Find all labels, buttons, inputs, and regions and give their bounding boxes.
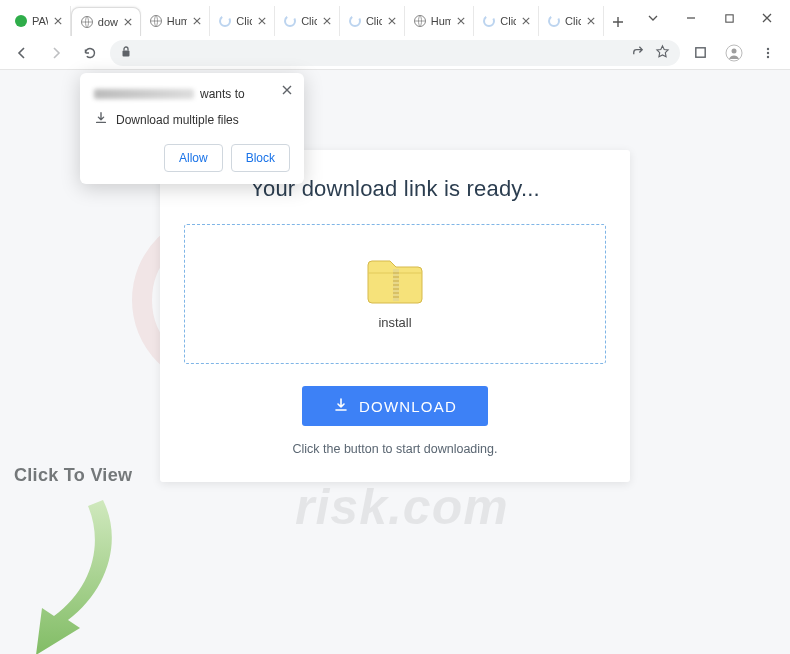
prompt-actions: Allow Block xyxy=(94,144,290,172)
tab-label: Click xyxy=(236,15,252,27)
watermark-text: risk.com xyxy=(295,478,509,536)
svg-point-3 xyxy=(220,16,230,26)
svg-rect-9 xyxy=(725,14,732,21)
minimize-button[interactable] xyxy=(672,4,710,32)
svg-point-7 xyxy=(484,16,494,26)
tab-download[interactable]: dowlo xyxy=(71,7,141,36)
close-icon[interactable] xyxy=(278,81,296,99)
address-bar[interactable] xyxy=(110,40,680,66)
spinner-icon xyxy=(283,14,297,28)
wants-to-label: wants to xyxy=(200,87,245,101)
tab-label: Click xyxy=(301,15,317,27)
lock-icon xyxy=(120,45,132,61)
close-icon[interactable] xyxy=(386,15,398,27)
file-preview-box: install xyxy=(184,224,606,364)
download-hint: Click the button to start downloading. xyxy=(184,442,606,456)
block-button[interactable]: Block xyxy=(231,144,290,172)
tab-label: Huma xyxy=(167,15,188,27)
globe-icon xyxy=(413,14,427,28)
file-label: install xyxy=(378,315,411,330)
extensions-button[interactable] xyxy=(686,39,714,67)
forward-button[interactable] xyxy=(42,39,70,67)
chevron-down-icon[interactable] xyxy=(634,4,672,32)
star-icon[interactable] xyxy=(655,44,670,62)
tab-label: PAW xyxy=(32,15,48,27)
svg-point-4 xyxy=(285,16,295,26)
tab-label: Huma xyxy=(431,15,452,27)
close-icon[interactable] xyxy=(520,15,532,27)
globe-icon xyxy=(149,14,163,28)
globe-icon xyxy=(80,15,94,29)
address-actions xyxy=(630,44,670,62)
reload-button[interactable] xyxy=(76,39,104,67)
tab-label: Click xyxy=(366,15,382,27)
tab-click-4[interactable]: Click xyxy=(474,6,539,36)
tab-huma-2[interactable]: Huma xyxy=(405,6,475,36)
svg-point-8 xyxy=(549,16,559,26)
toolbar xyxy=(0,36,790,70)
spinner-icon xyxy=(482,14,496,28)
close-icon[interactable] xyxy=(191,15,203,27)
download-button-label: DOWNLOAD xyxy=(359,398,457,415)
menu-button[interactable] xyxy=(754,39,782,67)
svg-point-0 xyxy=(15,15,27,27)
prompt-message: Download multiple files xyxy=(116,113,239,127)
favicon-paw xyxy=(14,14,28,28)
tab-click-1[interactable]: Click xyxy=(210,6,275,36)
spinner-icon xyxy=(547,14,561,28)
arrow-down-icon xyxy=(8,480,138,654)
tab-label: dowlo xyxy=(98,16,118,28)
tab-click-2[interactable]: Click xyxy=(275,6,340,36)
page-content: PC risk.com Your download link is ready.… xyxy=(0,70,790,654)
new-tab-button[interactable] xyxy=(606,8,630,36)
close-icon[interactable] xyxy=(52,15,64,27)
download-icon xyxy=(94,111,108,128)
close-icon[interactable] xyxy=(321,15,333,27)
prompt-origin: wants to xyxy=(94,87,290,101)
share-icon[interactable] xyxy=(630,44,645,62)
blurred-domain xyxy=(94,89,194,99)
permission-prompt: wants to Download multiple files Allow B… xyxy=(80,73,304,184)
tab-label: Click xyxy=(500,15,516,27)
spinner-icon xyxy=(348,14,362,28)
close-icon[interactable] xyxy=(256,15,268,27)
zip-folder-icon xyxy=(366,259,424,305)
maximize-button[interactable] xyxy=(710,4,748,32)
close-icon[interactable] xyxy=(585,15,597,27)
tab-click-5[interactable]: Click xyxy=(539,6,604,36)
svg-rect-11 xyxy=(695,48,704,57)
svg-point-13 xyxy=(732,48,737,53)
svg-point-16 xyxy=(767,55,769,57)
svg-rect-10 xyxy=(123,50,130,56)
close-icon[interactable] xyxy=(122,16,134,28)
svg-point-5 xyxy=(350,16,360,26)
profile-button[interactable] xyxy=(720,39,748,67)
tab-strip: PAW dowlo Huma Click xyxy=(6,0,630,36)
download-card: Your download link is ready... install D… xyxy=(160,150,630,482)
close-window-button[interactable] xyxy=(748,4,786,32)
prompt-message-row: Download multiple files xyxy=(94,111,290,128)
svg-point-14 xyxy=(767,47,769,49)
allow-button[interactable]: Allow xyxy=(164,144,223,172)
window-controls xyxy=(630,0,790,36)
download-icon xyxy=(333,397,349,416)
close-icon[interactable] xyxy=(455,15,467,27)
tab-click-3[interactable]: Click xyxy=(340,6,405,36)
tab-paw[interactable]: PAW xyxy=(6,6,71,36)
spinner-icon xyxy=(218,14,232,28)
svg-point-15 xyxy=(767,51,769,53)
back-button[interactable] xyxy=(8,39,36,67)
tab-label: Click xyxy=(565,15,581,27)
titlebar: PAW dowlo Huma Click xyxy=(0,0,790,36)
tab-huma-1[interactable]: Huma xyxy=(141,6,211,36)
download-button[interactable]: DOWNLOAD xyxy=(302,386,488,426)
